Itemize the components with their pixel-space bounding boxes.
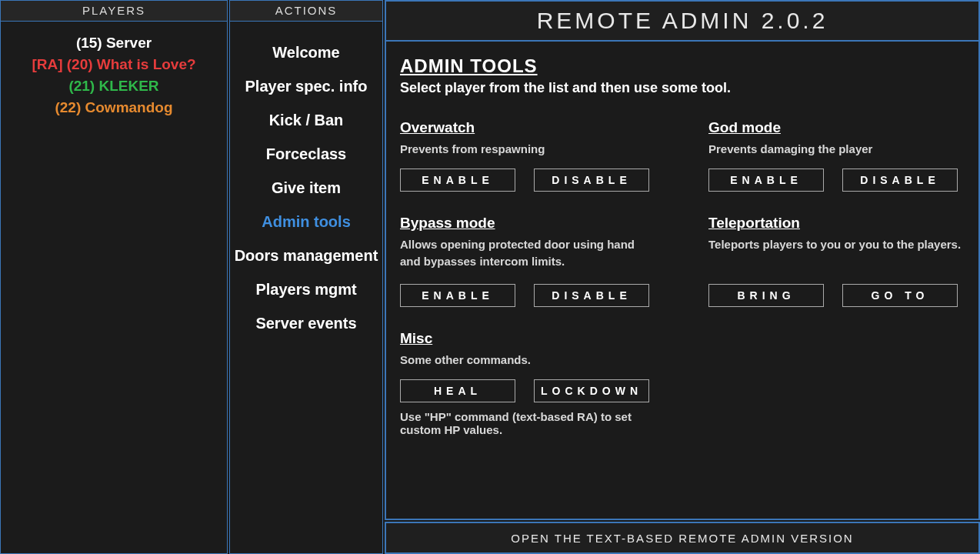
action-item[interactable]: Forceclass <box>230 137 382 171</box>
player-item[interactable]: (22) Cowmandog <box>1 97 227 118</box>
god-enable-button[interactable]: ENABLE <box>708 169 824 192</box>
action-item[interactable]: Welcome <box>230 35 382 69</box>
action-item[interactable]: Admin tools <box>230 205 382 239</box>
overwatch-enable-button[interactable]: ENABLE <box>400 169 515 192</box>
misc-heal-button[interactable]: HEAL <box>400 379 515 402</box>
overwatch-buttons: ENABLE DISABLE <box>400 169 656 192</box>
section-bypass: Bypass mode Allows opening protected doo… <box>400 215 656 307</box>
teleport-title: Teleportation <box>708 215 965 232</box>
teleport-bring-button[interactable]: BRING <box>708 284 824 307</box>
player-item[interactable]: (15) Server <box>1 32 227 54</box>
bypass-buttons: ENABLE DISABLE <box>400 284 656 307</box>
main-panel: ADMIN TOOLS Select player from the list … <box>385 42 980 520</box>
title-bar: REMOTE ADMIN 2.0.2 <box>385 0 980 42</box>
page-subtitle: Select player from the list and then use… <box>400 80 965 96</box>
overwatch-desc: Prevents from respawning <box>400 141 656 158</box>
god-disable-button[interactable]: DISABLE <box>842 169 958 192</box>
bypass-disable-button[interactable]: DISABLE <box>534 284 649 307</box>
open-text-version-button[interactable]: OPEN THE TEXT-BASED REMOTE ADMIN VERSION <box>385 522 980 554</box>
action-item[interactable]: Kick / Ban <box>230 103 382 137</box>
section-teleportation: Teleportation Teleports players to you o… <box>708 215 965 307</box>
section-misc: Misc Some other commands. HEAL LOCKDOWN … <box>400 330 656 436</box>
section-overwatch: Overwatch Prevents from respawning ENABL… <box>400 119 656 192</box>
bypass-title: Bypass mode <box>400 215 656 232</box>
players-list: (15) Server[RA] (20) What is Love?(21) K… <box>1 22 227 553</box>
action-item[interactable]: Doors management <box>230 239 382 272</box>
teleport-goto-button[interactable]: GO TO <box>842 284 958 307</box>
actions-list: WelcomePlayer spec. infoKick / BanForcec… <box>230 22 382 553</box>
section-god-mode: God mode Prevents damaging the player EN… <box>708 119 965 192</box>
bypass-desc: Allows opening protected door using hand… <box>400 236 656 273</box>
god-title: God mode <box>708 119 965 136</box>
bypass-enable-button[interactable]: ENABLE <box>400 284 515 307</box>
misc-title: Misc <box>400 330 656 347</box>
player-item[interactable]: (21) KLEKER <box>1 75 227 97</box>
actions-panel: ACTIONS WelcomePlayer spec. infoKick / B… <box>229 0 383 554</box>
action-item[interactable]: Players mgmt <box>230 272 382 306</box>
action-item[interactable]: Player spec. info <box>230 69 382 103</box>
actions-header: ACTIONS <box>230 1 382 22</box>
player-item[interactable]: [RA] (20) What is Love? <box>1 54 227 75</box>
teleport-desc: Teleports players to you or you to the p… <box>708 236 965 273</box>
action-item[interactable]: Give item <box>230 171 382 205</box>
overwatch-disable-button[interactable]: DISABLE <box>534 169 649 192</box>
app-title: REMOTE ADMIN 2.0.2 <box>537 8 828 34</box>
page-title: ADMIN TOOLS <box>400 55 965 77</box>
misc-lockdown-button[interactable]: LOCKDOWN <box>534 379 649 402</box>
god-desc: Prevents damaging the player <box>708 141 965 158</box>
misc-footer-note: Use "HP" command (text-based RA) to set … <box>400 410 656 436</box>
players-header: PLAYERS <box>1 1 227 22</box>
misc-buttons: HEAL LOCKDOWN <box>400 379 656 402</box>
teleport-buttons: BRING GO TO <box>708 284 965 307</box>
root: PLAYERS (15) Server[RA] (20) What is Lov… <box>0 0 980 554</box>
tools-grid: Overwatch Prevents from respawning ENABL… <box>400 119 965 459</box>
bottom-bar-label: OPEN THE TEXT-BASED REMOTE ADMIN VERSION <box>511 532 853 545</box>
players-panel: PLAYERS (15) Server[RA] (20) What is Lov… <box>0 0 228 554</box>
action-item[interactable]: Server events <box>230 306 382 340</box>
misc-desc: Some other commands. <box>400 352 656 369</box>
overwatch-title: Overwatch <box>400 119 656 136</box>
god-buttons: ENABLE DISABLE <box>708 169 965 192</box>
right-side: REMOTE ADMIN 2.0.2 ADMIN TOOLS Select pl… <box>385 0 980 554</box>
left-columns: PLAYERS (15) Server[RA] (20) What is Lov… <box>0 0 383 554</box>
